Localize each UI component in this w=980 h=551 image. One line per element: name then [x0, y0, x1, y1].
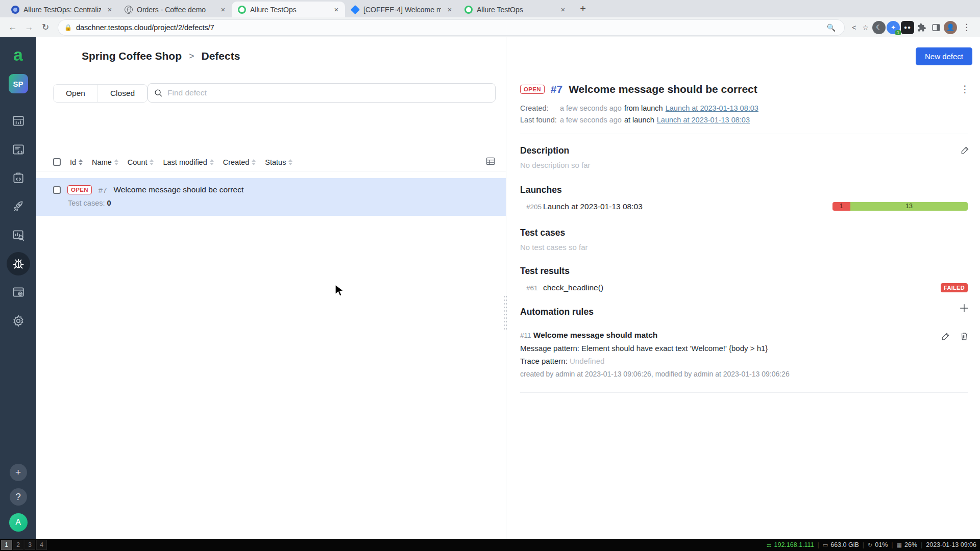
- allure-logo[interactable]: a: [13, 44, 23, 65]
- sidebar-item-test-plans[interactable]: [7, 166, 30, 190]
- test-result-name[interactable]: check_headline(): [543, 283, 603, 292]
- column-id[interactable]: Id: [70, 158, 83, 166]
- help-button[interactable]: ?: [10, 488, 27, 506]
- sort-icon[interactable]: [79, 159, 83, 165]
- created-ago: a few seconds ago: [560, 104, 622, 112]
- workspace-4[interactable]: 4: [36, 540, 47, 550]
- new-tab-button[interactable]: +: [576, 2, 590, 16]
- workspace-3[interactable]: 3: [24, 540, 35, 550]
- add-button[interactable]: +: [10, 464, 27, 481]
- project-avatar[interactable]: SP: [9, 74, 28, 93]
- sidebar-item-test-cases[interactable]: [7, 138, 30, 161]
- sort-icon[interactable]: [288, 159, 292, 165]
- share-icon[interactable]: <: [849, 23, 859, 32]
- sidebar-item-dashboards[interactable]: [7, 109, 30, 133]
- description-heading: Description: [520, 145, 569, 156]
- defect-menu-icon[interactable]: ⋮: [960, 84, 970, 94]
- message-pattern-label: Message pattern:: [520, 344, 579, 353]
- tab-close-icon[interactable]: ×: [445, 5, 454, 14]
- search-input[interactable]: [167, 88, 489, 97]
- row-checkbox[interactable]: [53, 186, 61, 194]
- cpu-usage: 01%: [875, 541, 888, 548]
- workspace-2[interactable]: 2: [13, 540, 23, 550]
- browser-tab-allure-docs[interactable]: Allure TestOps: Centralize ×: [5, 2, 118, 17]
- back-icon[interactable]: ←: [5, 20, 20, 35]
- panel-resize-handle[interactable]: [504, 295, 507, 330]
- cpu-icon: ↻: [868, 542, 872, 548]
- url-bar[interactable]: 🔒 daschner.testops.cloud/project/2/defec…: [58, 20, 844, 35]
- extension-darkmode-icon[interactable]: ☾: [872, 21, 886, 34]
- column-label: Status: [265, 158, 286, 166]
- extension-translate-icon[interactable]: ✦ 1: [887, 21, 900, 34]
- forward-icon[interactable]: →: [21, 20, 37, 35]
- sidebar-item-launches[interactable]: [7, 195, 30, 218]
- bug-icon: [12, 257, 25, 270]
- zoom-page-icon[interactable]: 🔍: [824, 23, 838, 32]
- column-last-modified[interactable]: Last modified: [163, 158, 213, 166]
- browser-tab-allure-testops-2[interactable]: Allure TestOps ×: [458, 2, 572, 17]
- url-text[interactable]: daschner.testops.cloud/project/2/defects…: [76, 23, 820, 32]
- defect-search[interactable]: [148, 83, 496, 103]
- status-badge: OPEN: [520, 85, 545, 94]
- tab-close-icon[interactable]: ×: [332, 5, 341, 14]
- add-rule-icon[interactable]: [959, 303, 970, 316]
- extension-glasses-icon[interactable]: ●●: [901, 21, 914, 34]
- column-status[interactable]: Status: [265, 158, 292, 166]
- allure-green-favicon: [464, 6, 473, 14]
- rule-meta: created by admin at 2023-01-13 09:06:26,…: [520, 370, 968, 378]
- tab-close-icon[interactable]: ×: [105, 5, 114, 14]
- browser-menu-icon[interactable]: ⋮: [958, 22, 975, 33]
- sort-icon[interactable]: [150, 159, 154, 165]
- launch-name[interactable]: Launch at 2023-01-13 08:03: [543, 202, 643, 211]
- sort-icon[interactable]: [210, 159, 214, 165]
- reload-icon[interactable]: ↻: [38, 20, 53, 35]
- allure-dark-favicon: [11, 6, 19, 14]
- edit-rule-icon[interactable]: [941, 332, 950, 342]
- column-label: Id: [70, 158, 76, 166]
- launch-row[interactable]: #205 Launch at 2023-01-13 08:03 1 13: [520, 202, 968, 211]
- sidebar-item-defects[interactable]: [7, 252, 30, 276]
- globe-favicon: [125, 6, 133, 14]
- defect-detail-panel: OPEN #7 Welcome message should be correc…: [511, 37, 980, 539]
- table-settings-icon[interactable]: [485, 156, 496, 168]
- failed-badge: FAILED: [941, 283, 968, 292]
- test-result-row[interactable]: #61 check_headline() FAILED: [520, 283, 968, 292]
- profile-avatar[interactable]: 👤: [944, 21, 957, 34]
- sidebar-item-jobs[interactable]: [7, 281, 30, 304]
- browser-tab-allure-testops-active[interactable]: Allure TestOps ×: [232, 2, 345, 17]
- filter-open-button[interactable]: Open: [54, 85, 97, 102]
- bookmark-star-icon[interactable]: ☆: [860, 23, 871, 32]
- browser-tab-jira-issue[interactable]: [COFFEE-4] Welcome me ×: [345, 2, 458, 17]
- workspace-1[interactable]: 1: [1, 540, 12, 550]
- status-badge: OPEN: [67, 185, 92, 194]
- allure-green-favicon: [238, 6, 246, 14]
- created-launch-link[interactable]: Launch at 2023-01-13 08:03: [666, 104, 758, 112]
- tab-close-icon[interactable]: ×: [558, 5, 568, 14]
- defect-name[interactable]: Welcome message should be correct: [113, 185, 243, 194]
- defect-row[interactable]: OPEN #7 Welcome message should be correc…: [36, 178, 506, 216]
- disk-icon: ▭: [823, 542, 828, 548]
- extensions-puzzle-icon[interactable]: [915, 21, 928, 34]
- browser-tab-orders[interactable]: Orders - Coffee demo ×: [118, 2, 232, 17]
- defect-id: #7: [99, 186, 107, 194]
- defects-list-panel: Open Closed Id Name Count: [36, 37, 506, 539]
- created-rel: from launch: [624, 104, 663, 112]
- column-created[interactable]: Created: [223, 158, 256, 166]
- last-found-launch-link[interactable]: Launch at 2023-01-13 08:03: [657, 116, 750, 124]
- filter-closed-button[interactable]: Closed: [97, 85, 147, 102]
- select-all-checkbox[interactable]: [53, 158, 61, 166]
- column-count[interactable]: Count: [128, 158, 154, 166]
- side-panel-icon[interactable]: [929, 21, 943, 34]
- test-results-heading: Test results: [520, 266, 968, 277]
- main-content: Spring Coffee Shop > Defects New defect …: [36, 37, 980, 539]
- tab-title: Allure TestOps: Centralize: [23, 6, 101, 14]
- column-name[interactable]: Name: [92, 158, 118, 166]
- tab-close-icon[interactable]: ×: [218, 5, 228, 14]
- user-avatar[interactable]: A: [9, 513, 28, 532]
- edit-description-icon[interactable]: [961, 145, 970, 157]
- sidebar-item-settings[interactable]: [7, 309, 30, 333]
- delete-rule-icon[interactable]: [960, 332, 969, 342]
- sort-icon[interactable]: [114, 159, 118, 165]
- sidebar-item-analytics[interactable]: [7, 223, 30, 247]
- sort-icon[interactable]: [252, 159, 256, 165]
